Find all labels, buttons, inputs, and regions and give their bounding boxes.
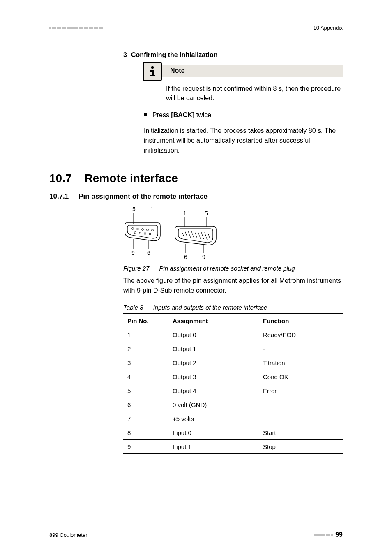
- svg-point-13: [144, 232, 146, 234]
- svg-point-9: [147, 229, 149, 231]
- pin-table: Pin No. Assignment Function 1Output 0Rea…: [123, 313, 343, 454]
- svg-point-0: [151, 66, 154, 69]
- body-paragraph: The above figure of the pin assignment a…: [123, 276, 343, 296]
- pin-label: 5: [132, 206, 136, 213]
- note-label: Note: [144, 65, 343, 77]
- col-function: Function: [259, 314, 343, 328]
- figure-label: Figure 27: [123, 265, 149, 272]
- pin-label: 1: [183, 210, 187, 217]
- table-row: 1Output 0Ready/EOD: [123, 328, 343, 342]
- pin-label: 9: [202, 254, 205, 260]
- table-caption-text: Inputs and outputs of the remote interfa…: [153, 304, 267, 311]
- table-row: 60 volt (GND): [123, 398, 343, 412]
- instruction-text: Press [BACK] twice.: [152, 110, 213, 120]
- pin-label: 1: [150, 206, 154, 213]
- table-label: Table 8: [123, 304, 143, 311]
- subsection-number: 10.7.1: [49, 192, 69, 201]
- table-row: 9Input 1Stop: [123, 439, 343, 454]
- section-number: 10.7: [49, 172, 72, 185]
- note-box: Note If the request is not confirmed wit…: [144, 65, 343, 103]
- figure-caption: Figure 27 Pin assignment of remote socke…: [123, 265, 343, 272]
- step-number: 3: [123, 51, 127, 59]
- step-heading: 3 Confirming the initialization: [123, 51, 343, 59]
- svg-point-10: [152, 229, 154, 231]
- figure-connector-diagram: 5 1 9 6 1 5: [123, 206, 343, 261]
- table-row: 7+5 volts: [123, 412, 343, 426]
- svg-point-12: [139, 232, 141, 234]
- step-paragraph: Initialization is started. The process t…: [144, 126, 343, 155]
- svg-point-14: [149, 233, 151, 235]
- subsection-title: Pin assignment of the remote interface: [78, 192, 208, 201]
- pin-label: 5: [205, 210, 208, 217]
- table-row: 2Output 1-: [123, 342, 343, 356]
- table-row: 8Input 0Start: [123, 426, 343, 439]
- svg-rect-2: [152, 70, 154, 76]
- svg-point-11: [134, 231, 136, 234]
- svg-point-7: [137, 228, 139, 230]
- col-pin: Pin No.: [123, 314, 168, 328]
- footer-bar: 899 Coulometer 99: [49, 515, 343, 539]
- table-row: 4Output 3Cond OK: [123, 370, 343, 384]
- header-ornament-left: [49, 27, 103, 29]
- page-number: 99: [335, 531, 343, 539]
- pin-label: 6: [147, 250, 150, 256]
- table-caption: Table 8 Inputs and outputs of the remote…: [123, 304, 343, 311]
- col-assignment: Assignment: [168, 314, 259, 328]
- pin-label: 6: [184, 254, 187, 260]
- table-header-row: Pin No. Assignment Function: [123, 314, 343, 328]
- step-title: Confirming the initialization: [131, 51, 218, 59]
- section-title: Remote interface: [85, 172, 178, 185]
- svg-point-6: [132, 227, 134, 229]
- breadcrumb: 10 Appendix: [313, 25, 343, 31]
- subsection-heading: 10.7.1 Pin assignment of the remote inte…: [49, 192, 343, 201]
- svg-point-8: [142, 228, 144, 230]
- table-row: 5Output 4Error: [123, 384, 343, 398]
- footer-product: 899 Coulometer: [49, 532, 88, 538]
- instruction-bullet: Press [BACK] twice.: [144, 110, 343, 120]
- section-heading: 10.7 Remote interface: [49, 172, 343, 185]
- footer-ornament-right: [314, 534, 333, 536]
- figure-caption-text: Pin assignment of remote socket and remo…: [159, 265, 295, 272]
- table-row: 3Output 2Titration: [123, 356, 343, 370]
- note-text: If the request is not confirmed within 8…: [166, 76, 343, 103]
- svg-rect-3: [150, 75, 155, 76]
- bullet-square-icon: [144, 113, 147, 116]
- header-bar: 10 Appendix: [49, 25, 343, 31]
- info-icon: [143, 62, 162, 81]
- pin-label: 9: [131, 250, 135, 256]
